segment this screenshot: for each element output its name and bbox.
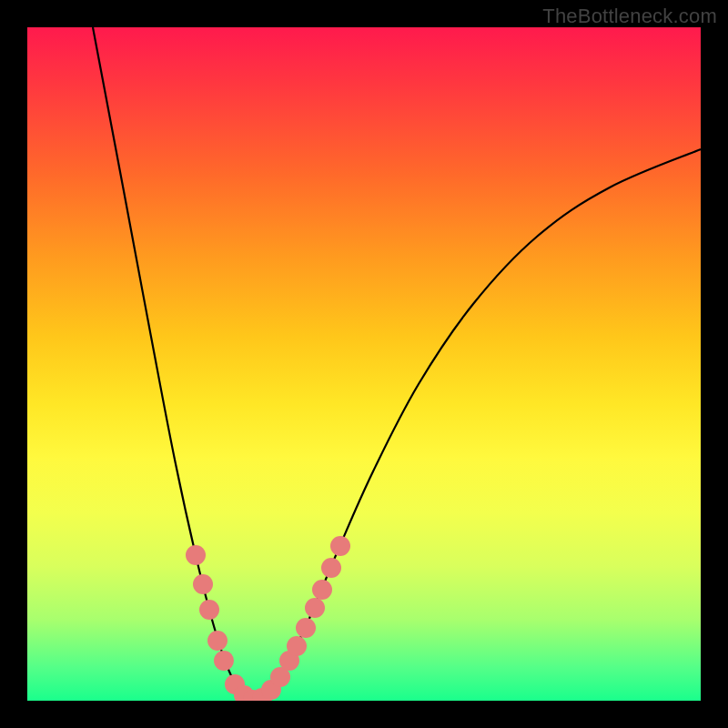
data-point	[186, 545, 206, 565]
data-point	[312, 580, 332, 600]
curve-overlay	[27, 27, 701, 701]
curve-left-branch	[93, 27, 255, 701]
data-point	[193, 574, 213, 594]
data-point	[305, 598, 325, 618]
watermark-text: TheBottleneck.com	[542, 5, 717, 28]
gradient-plot-area	[27, 27, 701, 701]
scatter-points	[186, 536, 350, 701]
data-point	[207, 631, 228, 651]
data-point	[321, 558, 341, 578]
curve-right-branch	[255, 149, 701, 701]
data-point	[214, 651, 234, 671]
data-point	[330, 536, 350, 556]
data-point	[287, 636, 307, 656]
data-point	[199, 600, 219, 620]
data-point	[296, 618, 316, 638]
chart-frame: TheBottleneck.com	[0, 0, 728, 728]
